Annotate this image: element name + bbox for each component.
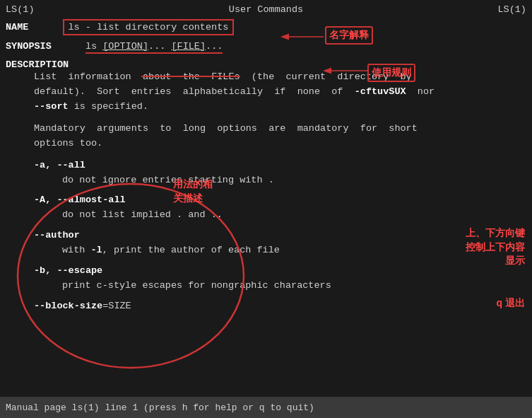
annotation-arrow-keys: 上、下方向键 控制上下内容 显示 <box>466 226 525 268</box>
opt5-name: --block-size=SIZE <box>34 299 526 314</box>
opt1-name: -a, --all <box>34 158 526 173</box>
description-section: DESCRIPTION List information about the F… <box>6 59 526 314</box>
annotation-synopsis: 使用规则 <box>367 64 415 82</box>
header-left: LS(1) <box>6 4 35 15</box>
annotation-usage: 用法的相 <box>173 178 213 191</box>
opt2-name: -A, --almost-all <box>34 193 526 208</box>
status-text: Manual page ls(1) line 1 (press h for he… <box>6 402 314 413</box>
synopsis-label: SYNOPSIS <box>6 41 52 52</box>
name-label: NAME <box>6 22 28 33</box>
synopsis-content: ls [OPTION]... [FILE]... <box>85 41 223 54</box>
name-section: NAME ls - list directory contents <box>6 18 526 38</box>
header-right: LS(1) <box>497 4 526 15</box>
main-content: LS(1) User Commands LS(1) NAME ls - list… <box>0 0 532 397</box>
header-line: LS(1) User Commands LS(1) <box>6 4 526 15</box>
opt4-name: -b, --escape <box>34 264 526 279</box>
desc-para2-line2: options too. <box>34 137 526 151</box>
annotation-quit: q 退出 <box>497 297 525 310</box>
annotation-key-desc: 关描述 <box>173 192 203 205</box>
annotation-name: 名字解释 <box>325 26 373 45</box>
opt1-desc: do not ignore entries starting with . <box>62 173 526 188</box>
opt4-desc: print c-style escapes for nongraphic cha… <box>62 279 526 294</box>
description-label: DESCRIPTION <box>6 59 69 70</box>
status-bar: Manual page ls(1) line 1 (press h for he… <box>0 397 532 418</box>
name-box: ls - list directory contents <box>63 19 235 35</box>
desc-para1-line1: List information about the FILEs (the cu… <box>34 70 526 85</box>
desc-para1-line2: default). Sort entries alphabetically if… <box>34 85 526 100</box>
opt3-desc: with -l, print the author of each file <box>62 243 526 258</box>
opt3-name: --author <box>34 228 526 243</box>
desc-para1-line3: --sort is specified. <box>34 100 526 115</box>
header-center: User Commands <box>229 4 303 15</box>
synopsis-section: SYNOPSIS ls [OPTION]... [FILE]... <box>6 41 526 54</box>
opt2-desc: do not list implied . and .. <box>62 208 526 223</box>
desc-para2-line1: Mandatory arguments to long options are … <box>34 122 526 137</box>
name-content: ls - list directory contents <box>69 22 229 33</box>
